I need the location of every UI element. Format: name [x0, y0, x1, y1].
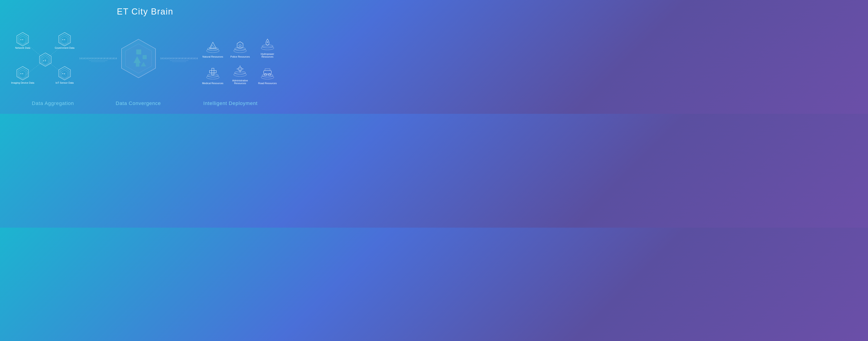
svg-text:Network Data: Network Data	[15, 46, 31, 49]
svg-point-30	[62, 73, 63, 74]
administrative-resources-label: Administrative Resources	[227, 79, 252, 85]
hydropower-resources-item: Hydropower Resources	[255, 35, 280, 58]
binary-right: 10101010101010101010101010	[160, 57, 198, 60]
svg-point-40	[207, 49, 219, 53]
svg-point-24	[21, 73, 21, 74]
svg-point-56	[239, 68, 241, 70]
svg-point-49	[207, 75, 219, 79]
medical-resources-item: Medical Resources	[200, 64, 225, 85]
svg-point-47	[261, 46, 274, 50]
resource-row-1: Natural Resources Police Resources	[199, 35, 281, 58]
hydropower-resources-label: Hydropower Resources	[255, 53, 280, 58]
resource-row-2: Medical Resources Administrative Resourc…	[199, 61, 281, 85]
natural-resources-label: Natural Resources	[203, 55, 223, 58]
svg-point-55	[238, 67, 242, 71]
svg-point-13	[22, 39, 23, 40]
svg-point-7	[43, 60, 44, 61]
svg-point-12	[21, 39, 21, 40]
content-area: Network Data Government Data Imaging Dev…	[0, 21, 290, 98]
middle-section	[118, 37, 159, 82]
page-title: ET City Brain	[0, 0, 290, 17]
svg-point-19	[64, 39, 65, 40]
svg-point-53	[234, 73, 246, 76]
svg-marker-46	[239, 44, 242, 47]
svg-text:IoT Sensor Data: IoT Sensor Data	[56, 82, 74, 84]
svg-rect-52	[210, 70, 216, 73]
road-resources-item: Road Resources	[255, 64, 280, 85]
left-section: Network Data Government Data Imaging Dev…	[9, 28, 78, 91]
middle-section-label: Data Convergence	[104, 100, 172, 106]
svg-point-8	[45, 60, 46, 61]
svg-rect-36	[143, 55, 147, 59]
svg-point-31	[64, 73, 65, 74]
binary-left: 10101010101010101010101010	[79, 57, 117, 60]
police-resources-item: Police Resources	[227, 38, 252, 58]
svg-text:Imaging Device Data: Imaging Device Data	[11, 82, 34, 84]
svg-point-61	[261, 75, 274, 79]
administrative-resources-item: Administrative Resources	[227, 61, 252, 85]
svg-line-0	[25, 42, 45, 60]
svg-point-44	[234, 49, 246, 53]
section-labels: Data Aggregation Data Convergence Intell…	[0, 100, 290, 106]
police-resources-label: Police Resources	[230, 55, 250, 58]
svg-point-65	[269, 73, 271, 76]
svg-point-25	[22, 73, 23, 74]
right-section: Natural Resources Police Resources	[199, 35, 281, 85]
svg-rect-37	[136, 63, 140, 67]
svg-point-18	[62, 39, 63, 40]
road-resources-label: Road Resources	[258, 82, 277, 85]
svg-line-1	[45, 42, 66, 60]
natural-resources-item: Natural Resources	[200, 38, 225, 58]
left-section-label: Data Aggregation	[17, 100, 89, 106]
right-section-label: Intelligent Deployment	[187, 100, 274, 106]
svg-text:Government Data: Government Data	[55, 46, 75, 49]
medical-resources-label: Medical Resources	[202, 82, 223, 85]
svg-rect-35	[136, 50, 141, 54]
svg-point-64	[264, 73, 267, 76]
